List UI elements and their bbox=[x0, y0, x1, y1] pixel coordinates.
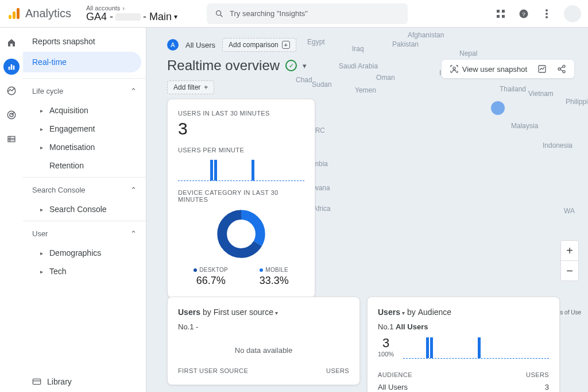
svg-point-12 bbox=[546, 13, 548, 15]
users-last-30-card: USERS IN LAST 30 MINUTES 3 USERS PER MIN… bbox=[167, 99, 315, 298]
svg-point-30 bbox=[558, 68, 560, 70]
audience-count: 3 bbox=[378, 336, 394, 351]
prop-top-label: All accounts bbox=[86, 5, 120, 11]
map-country-label: Oman bbox=[376, 74, 395, 82]
sidebar-item-reports-snapshot[interactable]: Reports snapshot bbox=[23, 31, 146, 52]
users-by-source-card: Users by First user source No.1 - No dat… bbox=[167, 297, 360, 385]
map-country-label: Chad bbox=[296, 76, 312, 84]
map-country-label: Iraq bbox=[352, 45, 364, 53]
col-header: AUDIENCE bbox=[378, 371, 412, 378]
legend-label: DESKTOP bbox=[199, 267, 228, 273]
row-value: 3 bbox=[545, 383, 549, 391]
map-zoom-controls: + − bbox=[560, 240, 579, 281]
sidebar-group-user[interactable]: User ⌃ bbox=[23, 224, 146, 244]
map-country-label: WA bbox=[564, 207, 575, 215]
no1-prefix: No.1 bbox=[378, 322, 396, 331]
card-title[interactable]: Users by Audience bbox=[378, 308, 549, 317]
caret-right-icon: ▸ bbox=[40, 126, 44, 132]
no1-value: All Users bbox=[396, 322, 428, 331]
sidebar-item-tech[interactable]: ▸Tech bbox=[23, 262, 146, 280]
svg-text:?: ? bbox=[522, 10, 525, 17]
zoom-out-button[interactable]: − bbox=[561, 261, 578, 280]
zoom-in-button[interactable]: + bbox=[561, 241, 578, 260]
donut-legend: DESKTOP 66.7% MOBILE 33.3% bbox=[178, 265, 304, 287]
svg-rect-25 bbox=[33, 379, 40, 384]
sidebar-item-label: Acquisition bbox=[49, 106, 88, 115]
legend-value: 33.3% bbox=[260, 275, 289, 287]
share-icon[interactable] bbox=[557, 64, 566, 74]
sidebar-item-label: Search Console bbox=[49, 205, 107, 214]
card-label: DEVICE CATEGORY IN LAST 30 MINUTES bbox=[178, 189, 304, 203]
svg-rect-5 bbox=[497, 10, 500, 13]
help-icon[interactable]: ? bbox=[518, 8, 529, 20]
sidebar-item-label: Reports snapshot bbox=[32, 37, 95, 46]
snapshot-toolbar: View user snapshot bbox=[442, 60, 574, 78]
table-row[interactable]: All Users 3 bbox=[378, 383, 549, 391]
svg-rect-0 bbox=[9, 15, 11, 19]
card-title-by: by bbox=[203, 308, 211, 317]
map-country-label: Sudan bbox=[312, 80, 332, 89]
card-title[interactable]: Users by First user source bbox=[178, 308, 349, 317]
segment-bar: A All Users Add comparison + bbox=[167, 38, 296, 52]
svg-rect-16 bbox=[13, 66, 15, 70]
rail-explore-icon[interactable] bbox=[3, 83, 20, 99]
sidebar-item-search-console[interactable]: ▸Search Console bbox=[23, 200, 146, 218]
card-title-metric: Users bbox=[178, 308, 200, 317]
no-data-text: No data available bbox=[178, 346, 349, 355]
card-label: USERS PER MINUTE bbox=[178, 147, 304, 153]
svg-point-29 bbox=[563, 65, 565, 67]
chevron-up-icon: ⌃ bbox=[130, 186, 137, 194]
svg-rect-2 bbox=[17, 8, 20, 19]
sidebar-item-engagement[interactable]: ▸Engagement bbox=[23, 120, 146, 138]
map-country-label: Nepal bbox=[459, 49, 477, 57]
app-header: Analytics All accounts › GA4 - XXX - Mai… bbox=[0, 0, 588, 28]
users-per-minute-sparkline bbox=[178, 159, 304, 181]
reports-sidebar: Reports snapshot Real-time Life cycle ⌃ … bbox=[23, 28, 146, 392]
search-icon bbox=[215, 9, 224, 18]
col-header: FIRST USER SOURCE bbox=[178, 367, 248, 374]
sidebar-item-acquisition[interactable]: ▸Acquisition bbox=[23, 101, 146, 120]
add-comparison-button[interactable]: Add comparison + bbox=[222, 38, 296, 52]
svg-line-33 bbox=[560, 70, 563, 71]
col-header: USERS bbox=[326, 367, 349, 374]
sidebar-item-monetisation[interactable]: ▸Monetisation bbox=[23, 138, 146, 156]
svg-line-32 bbox=[560, 67, 563, 68]
map-country-label: Yemen bbox=[355, 86, 376, 94]
library-button[interactable]: Library bbox=[32, 377, 72, 386]
rail-target-icon[interactable] bbox=[3, 107, 20, 123]
view-user-snapshot-button[interactable]: View user snapshot bbox=[450, 64, 527, 74]
status-ok-icon[interactable]: ✓ bbox=[285, 60, 297, 71]
rail-home-icon[interactable] bbox=[3, 34, 20, 51]
sidebar-item-label: Demographics bbox=[49, 248, 101, 258]
svg-rect-8 bbox=[502, 15, 505, 18]
add-comparison-label: Add comparison bbox=[229, 41, 278, 49]
legend-dot-icon bbox=[194, 268, 197, 272]
prop-name-prefix: GA4 - bbox=[86, 11, 113, 23]
user-frame-icon bbox=[450, 64, 459, 74]
add-filter-button[interactable]: Add filter + bbox=[167, 80, 214, 94]
sidebar-group-life-cycle[interactable]: Life cycle ⌃ bbox=[23, 81, 146, 101]
sidebar-item-realtime[interactable]: Real-time bbox=[23, 52, 141, 72]
map-country-label: Indonesia bbox=[543, 141, 572, 149]
nav-rail bbox=[0, 28, 23, 392]
sidebar-group-search-console[interactable]: Search Console ⌃ bbox=[23, 180, 146, 200]
search-input[interactable]: Try searching "Insights" bbox=[207, 3, 408, 24]
col-header: USERS bbox=[526, 371, 549, 378]
brand-name: Analytics bbox=[25, 7, 71, 20]
sidebar-item-demographics[interactable]: ▸Demographics bbox=[23, 244, 146, 262]
prop-name-suffix: - Main bbox=[143, 11, 172, 23]
insights-icon[interactable] bbox=[537, 64, 547, 74]
avatar[interactable] bbox=[564, 5, 581, 22]
svg-rect-21 bbox=[8, 136, 15, 141]
sidebar-item-retention[interactable]: Retention bbox=[23, 156, 146, 175]
title-dropdown-button[interactable]: ▾ bbox=[303, 62, 307, 70]
card-title-by: by bbox=[407, 308, 416, 317]
apps-grid-icon[interactable] bbox=[495, 8, 506, 20]
segment-all-users[interactable]: All Users bbox=[185, 41, 215, 49]
rail-table-icon[interactable] bbox=[3, 131, 20, 147]
top-value: No.1 All Users bbox=[378, 322, 549, 331]
more-vert-icon[interactable] bbox=[541, 8, 552, 20]
property-selector[interactable]: All accounts › GA4 - XXX - Main ▾ bbox=[86, 5, 195, 23]
rail-reports-icon[interactable] bbox=[3, 59, 20, 75]
map-country-label: Philippines bbox=[566, 98, 588, 106]
